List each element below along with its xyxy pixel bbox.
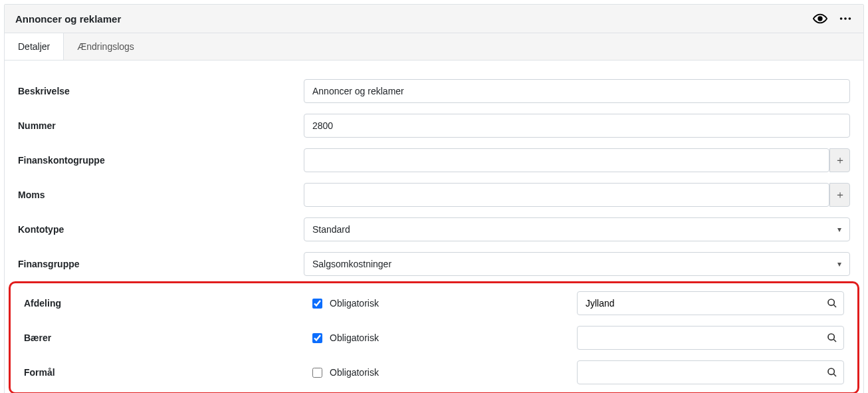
input-beskrivelse[interactable] <box>304 79 850 103</box>
tab-changelogs[interactable]: Ændringslogs <box>64 33 148 60</box>
select-kontotype-value: Standard <box>312 224 350 235</box>
svg-line-7 <box>833 339 836 342</box>
checkbox-label-baerer: Obligatorisk <box>330 332 379 343</box>
select-finansgruppe-value: Salgsomkostninger <box>312 259 391 269</box>
svg-point-6 <box>828 334 834 340</box>
label-kontotype: Kontotype <box>18 224 304 235</box>
dim-row-formaal: Formål Obligatorisk <box>11 355 857 390</box>
row-beskrivelse: Beskrivelse <box>5 74 863 108</box>
checkbox-baerer-obligatorisk[interactable] <box>312 333 322 343</box>
svg-point-2 <box>844 17 847 20</box>
panel-actions <box>813 11 853 26</box>
label-afdeling: Afdeling <box>24 298 310 309</box>
checkbox-label-afdeling: Obligatorisk <box>330 298 379 309</box>
visibility-icon[interactable] <box>813 11 827 26</box>
select-kontotype[interactable]: Standard ▾ <box>304 217 850 241</box>
label-nummer: Nummer <box>18 120 304 131</box>
input-nummer[interactable] <box>304 114 850 138</box>
row-finansgruppe: Finansgruppe Salgsomkostninger ▾ <box>5 247 863 281</box>
plus-icon: ＋ <box>835 188 845 202</box>
svg-point-0 <box>818 17 822 21</box>
add-finanskontogruppe-button[interactable]: ＋ <box>829 148 850 172</box>
input-baerer-value[interactable] <box>577 326 844 350</box>
input-finanskontogruppe[interactable] <box>304 148 829 172</box>
row-kontotype: Kontotype Standard ▾ <box>5 212 863 247</box>
add-moms-button[interactable]: ＋ <box>829 183 850 207</box>
svg-line-9 <box>833 374 836 376</box>
detail-panel: Annoncer og reklamer Detaljer Ændringslo… <box>4 4 864 393</box>
label-finansgruppe: Finansgruppe <box>18 259 304 269</box>
form-area: Beskrivelse Nummer Finanskontogruppe ＋ <box>5 61 863 393</box>
checkbox-afdeling-obligatorisk[interactable] <box>312 299 322 309</box>
dim-row-afdeling: Afdeling Obligatorisk <box>11 286 857 321</box>
row-nummer: Nummer <box>5 108 863 143</box>
input-afdeling-value[interactable] <box>577 291 844 315</box>
svg-point-8 <box>828 368 834 374</box>
label-finanskontogruppe: Finanskontogruppe <box>18 155 304 166</box>
tab-details[interactable]: Detaljer <box>5 33 64 60</box>
more-icon[interactable] <box>838 11 853 26</box>
search-icon[interactable] <box>827 332 837 343</box>
row-moms: Moms ＋ <box>5 178 863 212</box>
search-icon[interactable] <box>827 298 837 309</box>
chevron-down-icon: ▾ <box>837 225 841 234</box>
panel-title: Annoncer og reklamer <box>15 13 121 25</box>
input-formaal-value[interactable] <box>577 360 844 384</box>
tabs: Detaljer Ændringslogs <box>5 33 863 61</box>
checkbox-label-formaal: Obligatorisk <box>330 367 379 378</box>
svg-line-5 <box>833 305 836 307</box>
label-moms: Moms <box>18 190 304 200</box>
input-moms[interactable] <box>304 183 829 207</box>
svg-point-3 <box>849 17 851 20</box>
panel-header: Annoncer og reklamer <box>5 5 863 33</box>
row-finanskontogruppe: Finanskontogruppe ＋ <box>5 143 863 178</box>
search-icon[interactable] <box>827 367 837 378</box>
dim-row-baerer: Bærer Obligatorisk <box>11 321 857 355</box>
label-beskrivelse: Beskrivelse <box>18 86 304 96</box>
svg-point-1 <box>840 17 843 20</box>
chevron-down-icon: ▾ <box>837 259 841 269</box>
select-finansgruppe[interactable]: Salgsomkostninger ▾ <box>304 252 850 276</box>
dimensions-highlight: Afdeling Obligatorisk <box>9 281 859 393</box>
label-baerer: Bærer <box>24 332 310 343</box>
svg-point-4 <box>828 299 834 305</box>
label-formaal: Formål <box>24 367 310 378</box>
plus-icon: ＋ <box>835 154 845 168</box>
checkbox-formaal-obligatorisk[interactable] <box>312 368 322 378</box>
